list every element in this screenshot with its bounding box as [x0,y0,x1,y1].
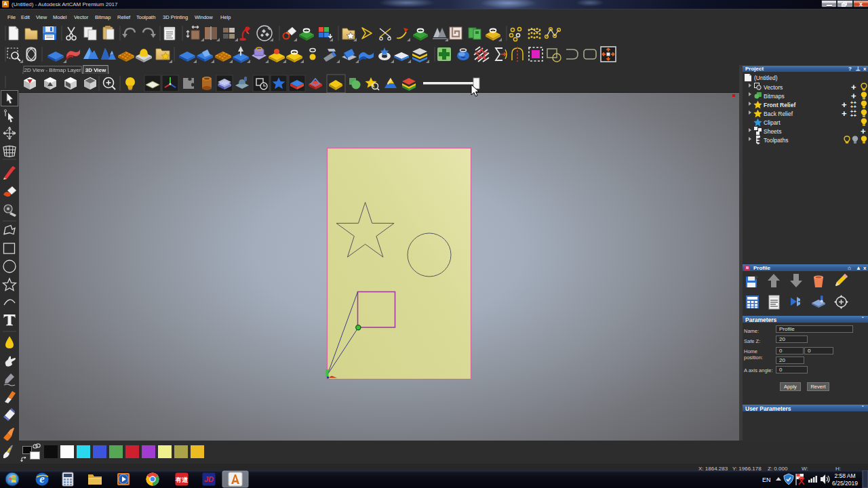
svg-text:e: e [39,472,45,485]
svg-text:2:58 AM: 2:58 AM [834,472,855,479]
svg-text:EN: EN [762,476,771,483]
svg-text:6/25/2019: 6/25/2019 [832,480,858,487]
svg-text:有道: 有道 [175,476,189,483]
svg-text:JD: JD [204,475,214,483]
